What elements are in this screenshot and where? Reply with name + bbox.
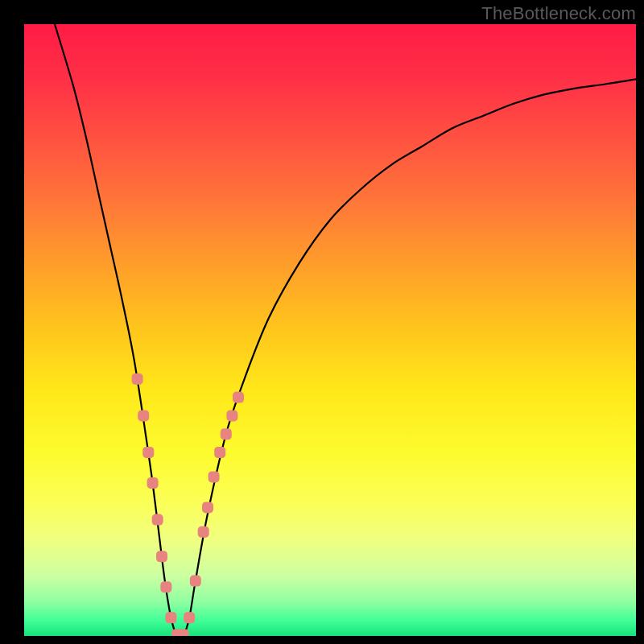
marker-point: [226, 410, 237, 421]
marker-point: [202, 502, 213, 513]
chart-frame: TheBottleneck.com: [0, 0, 644, 644]
sample-markers: [132, 374, 244, 636]
marker-point: [160, 581, 171, 592]
marker-point: [178, 629, 189, 636]
curve-layer: [24, 24, 636, 636]
marker-point: [221, 428, 232, 440]
marker-point: [142, 447, 154, 458]
plot-area: [24, 24, 636, 636]
marker-point: [190, 576, 201, 587]
marker-point: [214, 447, 225, 458]
marker-point: [147, 477, 159, 489]
marker-point: [233, 392, 244, 403]
watermark-text: TheBottleneck.com: [481, 3, 636, 24]
marker-point: [156, 551, 167, 562]
marker-point: [152, 514, 163, 526]
marker-point: [165, 612, 176, 623]
marker-point: [198, 526, 209, 538]
marker-point: [184, 612, 195, 623]
marker-point: [208, 471, 220, 482]
marker-point: [138, 410, 149, 421]
bottleneck-curve: [55, 24, 636, 636]
marker-point: [132, 374, 143, 385]
